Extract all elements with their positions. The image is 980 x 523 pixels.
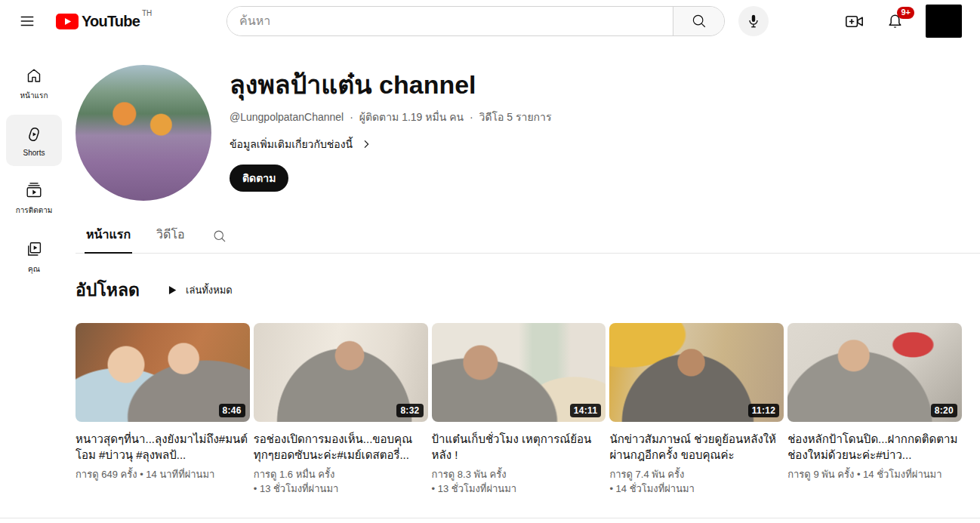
sidebar-item-subscriptions[interactable]: การติดตาม — [6, 171, 62, 225]
channel-avatar[interactable] — [76, 65, 211, 201]
video-card: 8:46 หนาวสุดๆที่นา...ลุงยังมาไม่ถึง#มนต์… — [76, 323, 250, 496]
search-button[interactable] — [673, 7, 724, 35]
search-pill — [227, 6, 725, 36]
video-count: วิดีโอ 5 รายการ — [479, 111, 552, 123]
you-icon — [25, 240, 43, 258]
bottom-divider — [0, 518, 980, 518]
tab-search-icon — [212, 229, 227, 244]
video-meta: การดู 649 ครั้ง • 14 นาทีที่ผ่านมา — [76, 467, 250, 481]
uploads-section-header: อัปโหลด เล่นทั้งหมด — [76, 276, 962, 303]
duration-badge: 8:32 — [396, 404, 423, 417]
top-bar: YouTube TH 9+ — [0, 0, 980, 42]
play-all-button[interactable]: เล่นทั้งหมด — [165, 282, 233, 298]
notification-badge: 9+ — [897, 7, 914, 19]
video-card: 8:32 รอช่องเปิดการมองเห็น...ขอบคุณทุกๆยอ… — [254, 323, 428, 496]
video-title[interactable]: ช่องหลักป้าโดนปิด...ฝากกดติดตามช่องใหม่ด… — [787, 431, 962, 463]
separator: · — [350, 111, 353, 123]
channel-search-button[interactable] — [202, 223, 238, 253]
video-title[interactable]: ป้าแต๋นเก็บชั่วโมง เหตุการณ์ย้อนหลัง ! — [432, 431, 606, 463]
search-icon — [691, 13, 707, 29]
create-video-icon — [844, 11, 864, 32]
video-title[interactable]: รอช่องเปิดการมองเห็น...ขอบคุณทุกๆยอดซับน… — [254, 431, 428, 463]
sidebar-item-label: หน้าแรก — [20, 90, 48, 101]
mic-icon — [745, 13, 762, 29]
sidebar-item-home[interactable]: หน้าแรก — [6, 56, 62, 110]
search-area — [227, 6, 769, 36]
sidebar-item-label: Shorts — [23, 149, 45, 157]
channel-header: ลุงพลป้าแต๋น channel @LungpolpatanChanne… — [76, 65, 962, 201]
separator: · — [470, 111, 473, 123]
notifications-button[interactable]: 9+ — [886, 12, 904, 31]
video-meta: การดู 1.6 หมื่น ครั้ง • 13 ชั่วโมงที่ผ่า… — [254, 467, 428, 496]
youtube-wordmark: YouTube — [82, 11, 140, 32]
sidebar-item-shorts[interactable]: Shorts — [6, 115, 62, 166]
video-thumbnail[interactable]: 8:20 — [787, 323, 962, 422]
duration-badge: 8:46 — [219, 404, 245, 417]
topbar-actions: 9+ — [844, 0, 962, 42]
user-avatar[interactable] — [926, 5, 962, 38]
subscriptions-icon — [25, 181, 43, 199]
video-meta-line: การดู 7.4 พัน ครั้ง — [609, 467, 784, 481]
sidebar-item-label: คุณ — [28, 263, 40, 275]
channel-title: ลุงพลป้าแต๋น channel — [230, 68, 551, 101]
video-card: 11:12 นักข่าวสัมภาษณ์ ช่วยดูย้อนหลังให้ผ… — [609, 323, 784, 496]
video-meta-line: • 13 ชั่วโมงที่ผ่านมา — [432, 481, 606, 496]
video-meta-line: การดู 1.6 หมื่น ครั้ง — [254, 467, 428, 481]
video-card: 8:20 ช่องหลักป้าโดนปิด...ฝากกดติดตามช่อง… — [787, 323, 962, 496]
channel-tabs: หน้าแรก วิดีโอ — [76, 219, 980, 254]
play-all-icon — [165, 284, 178, 297]
duration-badge: 8:20 — [931, 404, 957, 417]
sidebar-item-label: การติดตาม — [16, 205, 53, 216]
sidebar: หน้าแรก Shorts การติดตาม คุณ — [0, 42, 68, 496]
subscribe-button[interactable]: ติดตาม — [230, 165, 288, 192]
video-thumbnail[interactable]: 11:12 — [609, 323, 784, 422]
channel-meta: @LungpolpatanChannel · ผู้ติดตาม 1.19 หม… — [230, 109, 551, 125]
video-meta-line: • 14 ชั่วโมงที่ผ่านมา — [609, 481, 784, 496]
channel-info: ลุงพลป้าแต๋น channel @LungpolpatanChanne… — [230, 65, 551, 201]
voice-search-button[interactable] — [738, 6, 769, 36]
video-title[interactable]: นักข่าวสัมภาษณ์ ช่วยดูย้อนหลังให้ผ่านกฎอ… — [609, 431, 784, 463]
duration-badge: 14:11 — [570, 404, 602, 417]
uploads-video-row: 8:46 หนาวสุดๆที่นา...ลุงยังมาไม่ถึง#มนต์… — [76, 323, 962, 496]
subscriber-count: ผู้ติดตาม 1.19 หมื่น คน — [359, 111, 464, 123]
video-meta: การดู 7.4 พัน ครั้ง • 14 ชั่วโมงที่ผ่านม… — [609, 467, 784, 496]
video-meta-line: การดู 9 พัน ครั้ง • 14 ชั่วโมงที่ผ่านมา — [787, 467, 962, 481]
chevron-right-icon — [360, 138, 372, 150]
shorts-icon — [25, 125, 43, 143]
menu-icon — [19, 13, 35, 29]
create-button[interactable] — [844, 11, 864, 32]
tab-videos[interactable]: วิดีโอ — [147, 219, 194, 253]
duration-badge: 11:12 — [748, 404, 780, 417]
region-code: TH — [142, 9, 152, 17]
uploads-title: อัปโหลด — [76, 276, 140, 303]
channel-handle: @LungpolpatanChannel — [230, 111, 344, 123]
more-info-label: ข้อมูลเพิ่มเติมเกี่ยวกับช่องนี้ — [230, 136, 353, 152]
video-thumbnail[interactable]: 14:11 — [432, 323, 606, 422]
play-all-label: เล่นทั้งหมด — [186, 282, 233, 298]
video-thumbnail[interactable]: 8:32 — [254, 323, 428, 422]
tab-home[interactable]: หน้าแรก — [77, 219, 140, 253]
video-meta: การดู 8.3 พัน ครั้ง • 13 ชั่วโมงที่ผ่านม… — [432, 467, 606, 496]
home-icon — [25, 66, 43, 85]
channel-more-info-link[interactable]: ข้อมูลเพิ่มเติมเกี่ยวกับช่องนี้ — [230, 136, 372, 152]
video-meta-line: • 13 ชั่วโมงที่ผ่านมา — [254, 481, 428, 496]
video-thumbnail[interactable]: 8:46 — [76, 323, 250, 422]
sidebar-item-you[interactable]: คุณ — [6, 229, 62, 284]
main-content: ลุงพลป้าแต๋น channel @LungpolpatanChanne… — [68, 42, 980, 496]
video-meta-line: การดู 8.3 พัน ครั้ง — [432, 467, 606, 481]
youtube-play-icon — [56, 14, 79, 29]
search-input[interactable] — [227, 7, 673, 35]
video-title[interactable]: หนาวสุดๆที่นา...ลุงยังมาไม่ถึง#มนต์โอม #… — [76, 431, 250, 463]
video-meta: การดู 9 พัน ครั้ง • 14 ชั่วโมงที่ผ่านมา — [787, 467, 962, 481]
video-card: 14:11 ป้าแต๋นเก็บชั่วโมง เหตุการณ์ย้อนหล… — [432, 323, 606, 496]
menu-button[interactable] — [12, 6, 42, 36]
youtube-logo[interactable]: YouTube TH — [56, 11, 152, 32]
video-meta-line: การดู 649 ครั้ง • 14 นาทีที่ผ่านมา — [76, 467, 250, 481]
